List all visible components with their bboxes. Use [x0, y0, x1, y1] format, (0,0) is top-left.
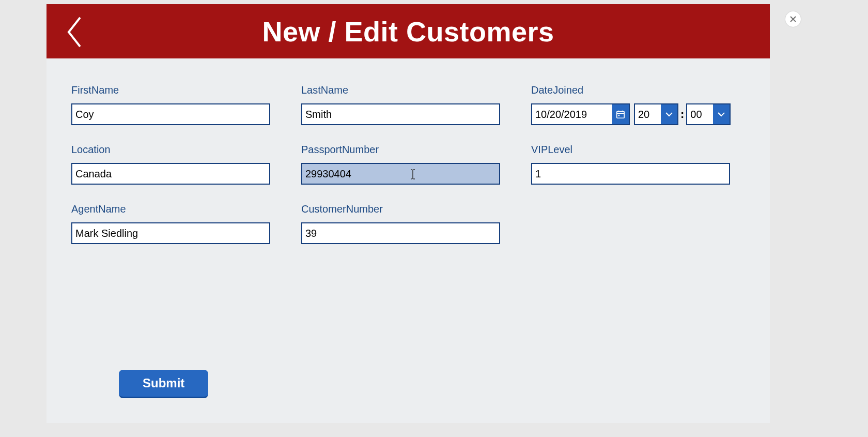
viplevel-label: VIPLevel [531, 144, 730, 156]
hour-select[interactable] [634, 103, 678, 125]
submit-area: Submit [119, 370, 208, 398]
lastname-label: LastName [301, 84, 500, 96]
lastname-input[interactable] [301, 103, 500, 125]
submit-button[interactable]: Submit [119, 370, 208, 398]
customernumber-label: CustomerNumber [301, 203, 500, 215]
back-button[interactable] [62, 14, 86, 50]
svg-rect-4 [618, 115, 620, 116]
minute-input[interactable] [687, 104, 713, 124]
close-button[interactable] [785, 11, 801, 27]
passportnumber-label: PassportNumber [301, 144, 500, 156]
viplevel-input[interactable] [531, 163, 730, 185]
chevron-down-icon [717, 111, 725, 117]
hour-dropdown-button[interactable] [661, 104, 677, 124]
close-icon [789, 16, 797, 23]
firstname-label: FirstName [71, 84, 270, 96]
chevron-down-icon [665, 111, 673, 117]
passportnumber-input[interactable] [301, 163, 500, 185]
customernumber-field: CustomerNumber [301, 203, 500, 244]
date-input[interactable] [532, 104, 612, 124]
location-field: Location [71, 144, 270, 185]
lastname-field: LastName [301, 84, 500, 125]
firstname-input[interactable] [71, 103, 270, 125]
minute-dropdown-button[interactable] [713, 104, 730, 124]
agentname-input[interactable] [71, 222, 270, 244]
customernumber-input[interactable] [301, 222, 500, 244]
location-input[interactable] [71, 163, 270, 185]
svg-rect-0 [617, 112, 624, 118]
date-input-wrap [531, 103, 630, 125]
hour-input[interactable] [635, 104, 661, 124]
passportnumber-field: PassportNumber [301, 144, 500, 185]
minute-select[interactable] [686, 103, 731, 125]
location-label: Location [71, 144, 270, 156]
firstname-field: FirstName [71, 84, 270, 125]
calendar-icon [616, 110, 625, 119]
time-separator: : [680, 108, 684, 121]
datejoined-label: DateJoined [531, 84, 730, 96]
header-bar: New / Edit Customers [47, 4, 770, 58]
customer-form: FirstName LastName DateJoined [47, 58, 770, 244]
agentname-label: AgentName [71, 203, 270, 215]
viplevel-field: VIPLevel [531, 144, 730, 185]
calendar-button[interactable] [612, 104, 629, 124]
edit-customer-page: New / Edit Customers FirstName LastName … [47, 4, 770, 423]
chevron-left-icon [66, 16, 82, 49]
page-title: New / Edit Customers [262, 16, 554, 48]
agentname-field: AgentName [71, 203, 270, 244]
datejoined-field: DateJoined [531, 84, 730, 125]
